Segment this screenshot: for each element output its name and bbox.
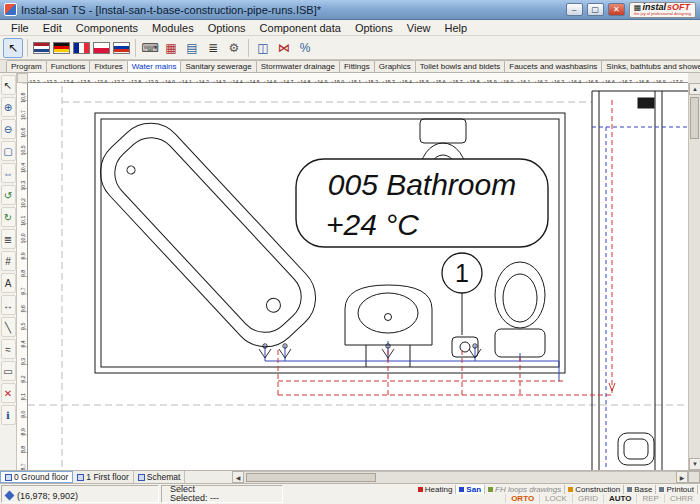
module-tab-heating[interactable]: Heating [415, 485, 457, 494]
menu-help[interactable]: Help [438, 21, 475, 35]
valve-icon[interactable]: ⋈ [274, 38, 294, 58]
flag-netherlands-icon[interactable] [33, 42, 50, 54]
keyboard-icon[interactable]: ⌨ [140, 38, 160, 58]
svg-text:9,7: 9,7 [20, 287, 26, 294]
corner-sink[interactable] [618, 433, 654, 465]
page-icon [5, 474, 12, 481]
toggle-grid[interactable]: GRID [572, 494, 603, 503]
scroll-up-button[interactable]: ▲ [689, 83, 700, 95]
close-button[interactable]: ✕ [608, 3, 625, 16]
floor-drain[interactable] [452, 337, 478, 357]
grid-tool[interactable]: # [1, 251, 16, 271]
vertical-scroll-track[interactable] [689, 95, 700, 458]
module-tab-san[interactable]: San [456, 485, 485, 494]
tab-graphics[interactable]: Graphics [374, 60, 416, 72]
page-tab-1-first-floor[interactable]: 1 First floor [73, 471, 134, 483]
flag-germany-icon[interactable] [53, 42, 70, 54]
module-icon [627, 487, 632, 492]
module-tab-label: San [466, 485, 481, 494]
zoom-in-tool[interactable]: ⊕ [1, 97, 16, 117]
drawing-area[interactable]: 005 Bathroom +24 °C 1 [28, 83, 688, 470]
connection-marker[interactable]: 1 [442, 253, 482, 335]
flag-france-icon[interactable] [73, 42, 90, 54]
toggle-orto[interactable]: ORTO [505, 494, 539, 503]
valve-symbols[interactable] [259, 344, 481, 358]
vertical-scrollbar[interactable]: ▲ ▼ [688, 83, 700, 470]
toggle-lock[interactable]: LOCK [539, 494, 572, 503]
info-tool[interactable]: ℹ [1, 405, 16, 425]
module-tab-label: Construction [575, 485, 620, 494]
menu-view[interactable]: View [400, 21, 438, 35]
tab-toilet-bowls-and-bidets[interactable]: Toilet bowls and bidets [415, 60, 506, 72]
bathtub[interactable] [86, 109, 329, 361]
flag-poland-icon[interactable] [93, 42, 110, 54]
toggle-rep[interactable]: REP [636, 494, 663, 503]
previous-view-tool[interactable]: ↺ [1, 185, 16, 205]
polyline-tool[interactable]: ≈ [1, 339, 16, 359]
menu-component-data[interactable]: Component data [253, 21, 348, 35]
tab-sanitary-sewerage[interactable]: Sanitary sewerage [180, 60, 256, 72]
right-room-walls[interactable] [592, 91, 688, 470]
text-tool[interactable]: A [1, 273, 16, 293]
scroll-right-button[interactable]: ▶ [676, 471, 688, 483]
zoom-extents-tool[interactable]: ▢ [1, 141, 16, 161]
flag-russia-icon[interactable] [113, 42, 130, 54]
tab-stormwater-drainage[interactable]: Stormwater drainage [256, 60, 340, 72]
svg-text:10,5: 10,5 [20, 145, 26, 155]
horizontal-scrollbar[interactable]: ◀ ▶ [232, 471, 700, 483]
page-tab-schemat[interactable]: Schemat [134, 471, 186, 483]
diagram-icon[interactable]: ◫ [253, 38, 273, 58]
scale-percent-icon[interactable]: % [295, 38, 315, 58]
menu-options[interactable]: Options [201, 21, 253, 35]
minimize-button[interactable]: – [566, 3, 583, 16]
module-tab-fh-loops-drawings[interactable]: FH loops drawings [485, 485, 565, 494]
room-label[interactable]: 005 Bathroom +24 °C [296, 159, 548, 247]
line-tool[interactable]: ╲ [1, 317, 16, 337]
menu-file[interactable]: File [4, 21, 36, 35]
select-arrow-tool[interactable]: ↖ [1, 75, 16, 95]
menu-edit[interactable]: Edit [36, 21, 69, 35]
settings-gear-icon[interactable]: ⚙ [224, 38, 244, 58]
tab-sinks-bathtubs-and-showers[interactable]: Sinks, bathtubs and showers [601, 60, 700, 72]
zoom-out-tool[interactable]: ⊖ [1, 119, 16, 139]
menu-options[interactable]: Options [348, 21, 400, 35]
toggle-chrr[interactable]: CHRR [664, 494, 698, 503]
water-pipes-blue-dashed[interactable] [592, 127, 688, 470]
rectangle-tool[interactable]: ▭ [1, 361, 16, 381]
module-tab-base[interactable]: Base [624, 485, 656, 494]
pan-tool[interactable]: ⇔ [1, 163, 16, 183]
tab-program[interactable]: Program [6, 60, 47, 72]
menu-modules[interactable]: Modules [145, 21, 201, 35]
select-arrow-tool[interactable]: ↖ [3, 38, 23, 58]
redraw-tool[interactable]: ↻ [1, 207, 16, 227]
tab-fittings[interactable]: Fittings [339, 60, 375, 72]
logo-tagline: the joy of professional designing [634, 12, 691, 16]
dimension-tool[interactable]: ↔ [1, 295, 16, 315]
scroll-down-button[interactable]: ▼ [689, 458, 700, 470]
components-grid-icon[interactable]: ▦ [161, 38, 181, 58]
page-tab-0-ground-floor[interactable]: 0 Ground floor [0, 471, 73, 483]
tab-water-mains[interactable]: Water mains [127, 60, 182, 72]
svg-text:9,8: 9,8 [20, 270, 26, 277]
scrollbar-corner [688, 471, 700, 483]
data-table-icon[interactable]: ▤ [182, 38, 202, 58]
horizontal-scroll-thumb[interactable] [246, 473, 376, 482]
vertical-ruler: 10,810,710,610,510,410,310,210,110,09,99… [17, 83, 28, 470]
toilet-right[interactable] [495, 262, 545, 357]
module-tab-construction[interactable]: Construction [565, 485, 624, 494]
tab-fixtures[interactable]: Fixtures [89, 60, 127, 72]
toggle-auto[interactable]: AUTO [603, 494, 637, 503]
tab-functions[interactable]: Functions [46, 60, 91, 72]
scroll-left-button[interactable]: ◀ [232, 471, 244, 483]
svg-text:9,6: 9,6 [20, 305, 26, 312]
list-icon[interactable]: ≣ [203, 38, 223, 58]
delete-tool[interactable]: ✕ [1, 383, 16, 403]
maximize-button[interactable]: ▢ [587, 3, 604, 16]
tab-faucets-and-washbasins[interactable]: Faucets and washbasins [504, 60, 602, 72]
module-tab-printout[interactable]: Printout [656, 485, 698, 494]
horizontal-scroll-track[interactable] [244, 471, 676, 483]
water-pipes-blue[interactable] [265, 341, 559, 381]
layers-tool[interactable]: ≣ [1, 229, 16, 249]
menu-components[interactable]: Components [69, 21, 145, 35]
vertical-scroll-thumb[interactable] [690, 97, 699, 139]
